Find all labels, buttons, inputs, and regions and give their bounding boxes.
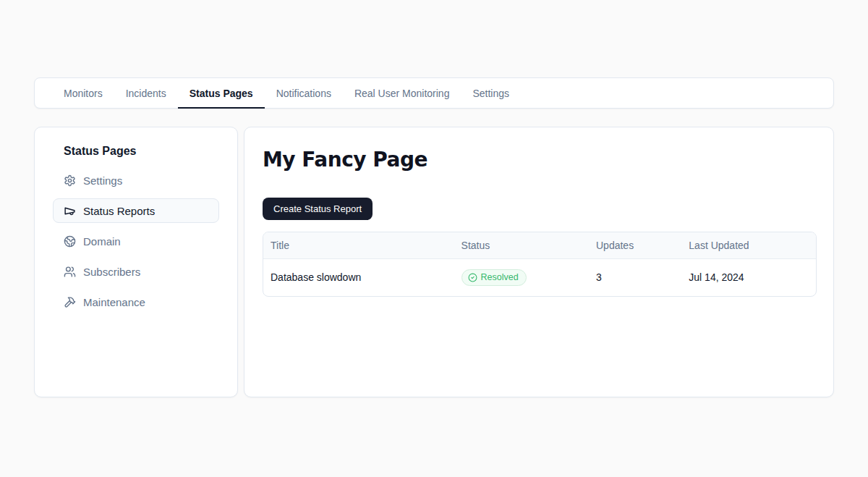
report-title-cell: Database slowdown (263, 258, 454, 296)
main-panel: My Fancy Page Create Status Report Title… (244, 127, 834, 397)
column-header-status: Status (454, 232, 589, 258)
table-row[interactable]: Database slowdown Resolved (263, 258, 816, 296)
report-last-updated-cell: Jul 14, 2024 (681, 258, 816, 296)
tab-status-pages[interactable]: Status Pages (178, 78, 265, 108)
status-reports-table: Title Status Updates Last Updated Databa… (263, 232, 817, 297)
report-updates-cell: 3 (589, 258, 681, 296)
sidebar-item-maintenance[interactable]: Maintenance (53, 290, 219, 314)
sidebar-item-domain[interactable]: Domain (53, 229, 219, 253)
tab-real-user-monitoring[interactable]: Real User Monitoring (343, 78, 461, 108)
table-header-row: Title Status Updates Last Updated (263, 232, 816, 258)
gear-icon (64, 174, 76, 187)
status-badge-label: Resolved (481, 272, 519, 282)
sidebar-item-label: Subscribers (83, 266, 140, 278)
column-header-title: Title (263, 232, 454, 258)
tab-monitors[interactable]: Monitors (52, 78, 114, 108)
globe-icon (64, 235, 76, 248)
circle-check-icon (468, 273, 477, 282)
sidebar-item-settings[interactable]: Settings (53, 168, 219, 193)
column-header-last-updated: Last Updated (681, 232, 816, 258)
tab-notifications[interactable]: Notifications (265, 78, 343, 108)
tab-incidents[interactable]: Incidents (114, 78, 178, 108)
status-badge: Resolved (461, 269, 527, 286)
sidebar-item-label: Status Reports (83, 205, 155, 217)
tab-settings[interactable]: Settings (461, 78, 521, 108)
status-pages-sidebar: Status Pages Settings Status Reports (34, 127, 238, 397)
sidebar-item-label: Maintenance (83, 296, 145, 308)
sidebar-item-subscribers[interactable]: Subscribers (53, 259, 219, 284)
report-status-cell: Resolved (454, 258, 589, 296)
page-title: My Fancy Page (263, 148, 815, 172)
users-icon (64, 266, 76, 278)
column-header-updates: Updates (589, 232, 681, 258)
sidebar-title: Status Pages (53, 145, 219, 158)
megaphone-icon (64, 205, 76, 217)
create-status-report-button[interactable]: Create Status Report (263, 198, 373, 220)
top-nav: Monitors Incidents Status Pages Notifica… (34, 77, 834, 109)
hammer-icon (64, 296, 76, 308)
sidebar-item-label: Settings (83, 174, 122, 187)
sidebar-item-status-reports[interactable]: Status Reports (53, 198, 219, 223)
sidebar-item-label: Domain (83, 235, 121, 248)
